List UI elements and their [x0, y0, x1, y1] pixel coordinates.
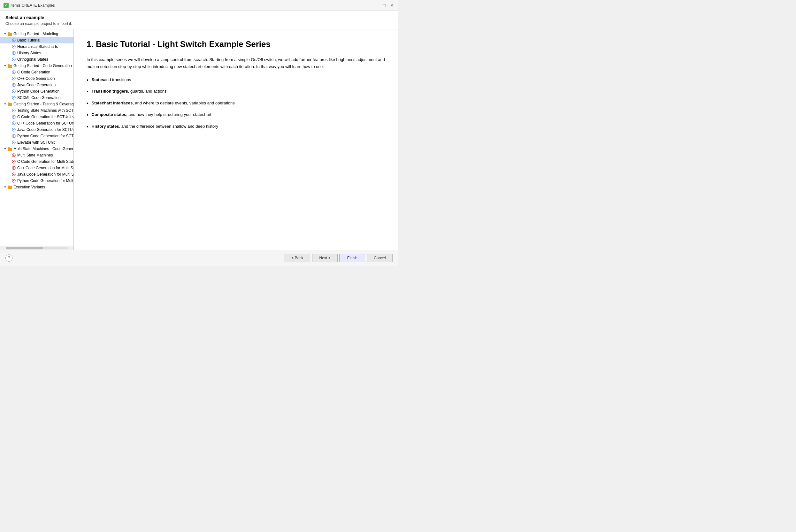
bullet-rest-1: , guards, and actions: [128, 88, 167, 95]
tree-group-testing[interactable]: ▼ Getting Started - Testing & Coverage: [0, 101, 74, 107]
doc-intro: In this example series we will develop a…: [87, 56, 385, 70]
tree-item-cpp-gtest[interactable]: C++ Code Generation for SCTUnit with GTe…: [0, 120, 74, 127]
svg-rect-37: [8, 147, 10, 148]
item-label-cpp-gtest: C++ Code Generation for SCTUnit with GTe…: [17, 121, 74, 126]
svg-rect-49: [8, 186, 10, 187]
item-label-python-code: Python Code Generation: [17, 89, 72, 94]
svg-point-9: [13, 59, 14, 60]
item-label-c-code: C Code Generation: [17, 70, 72, 74]
svg-point-33: [13, 135, 14, 137]
window-title: itemis CREATE Examples: [11, 3, 55, 8]
bullet-rest-2: , and where to declare events, variables…: [133, 100, 234, 107]
tree-item-cpp-code[interactable]: C++ Code Generation: [0, 75, 74, 82]
tree-item-testing-sct[interactable]: Testing State Machines with SCTUnit: [0, 107, 74, 114]
tree-item-orthogonal[interactable]: Orthogonal States: [0, 56, 74, 62]
leaf-icon-cpp-multi: [11, 166, 16, 171]
horizontal-scrollbar[interactable]: [0, 246, 74, 250]
minimize-button[interactable]: □: [382, 3, 387, 8]
spacer-16: [7, 153, 11, 157]
next-button[interactable]: Next >: [312, 254, 338, 262]
doc-scroll-area[interactable]: 1. Basic Tutorial - Light Switch Example…: [74, 30, 398, 250]
spacer-10: [7, 108, 11, 113]
leaf-icon-c-gtest: [11, 114, 16, 119]
tree-container[interactable]: ▼ Getting Started - Modeling Basic Tutor…: [0, 30, 74, 246]
leaf-icon-orthogonal: [11, 57, 16, 62]
spacer-11: [7, 115, 11, 119]
item-label-python-unittest: Python Code Generation for SCTUnit with …: [17, 134, 74, 138]
tree-item-c-gtest[interactable]: C Code Generation for SCTUnit with GTest: [0, 114, 74, 120]
tree-group-exec-variants[interactable]: ▼ Execution Variants: [0, 184, 74, 190]
svg-point-39: [13, 155, 14, 156]
tree-group-modeling[interactable]: ▼ Getting Started - Modeling: [0, 31, 74, 37]
left-panel: ▼ Getting Started - Modeling Basic Tutor…: [0, 30, 74, 250]
bullet-rest-4: , and the difference between shallow and…: [119, 123, 219, 130]
main-content: ▼ Getting Started - Modeling Basic Tutor…: [0, 30, 398, 250]
tree-item-python-unittest[interactable]: Python Code Generation for SCTUnit with …: [0, 133, 74, 139]
spacer-5: [7, 70, 11, 74]
spacer-17: [7, 159, 11, 164]
tree-group-code-gen[interactable]: ▼ Getting Started - Code Generation: [0, 62, 74, 69]
spacer-2: [7, 44, 11, 49]
spacer-13: [7, 128, 11, 132]
tree-item-c-code[interactable]: C Code Generation: [0, 69, 74, 75]
bullet-bold-2: Statechart interfaces: [92, 100, 133, 107]
tree-item-java-mockito[interactable]: Java Code Generation for SCTUnit with Mo…: [0, 127, 74, 133]
close-button[interactable]: ✕: [390, 3, 395, 8]
bullet-bold-1: Transition triggers: [92, 88, 128, 95]
svg-rect-22: [8, 103, 12, 106]
bullet-rest-3: , and how they help structuring your sta…: [126, 111, 211, 118]
spacer-14: [7, 134, 11, 138]
tree-item-python-multi[interactable]: Python Code Generation for Multi State M…: [0, 177, 74, 184]
group-label-modeling: Getting Started - Modeling: [14, 32, 72, 36]
svg-point-47: [13, 180, 14, 182]
tree-item-java-code[interactable]: Java Code Generation: [0, 82, 74, 88]
item-label-c-gtest: C Code Generation for SCTUnit with GTest: [17, 115, 74, 119]
h-scroll-track[interactable]: [6, 247, 68, 249]
item-label-testing-sct: Testing State Machines with SCTUnit: [17, 108, 74, 113]
tree-item-c-multi[interactable]: C Code Generation for Multi State Machin…: [0, 158, 74, 165]
svg-point-5: [13, 46, 14, 47]
leaf-icon-java-mockito: [11, 127, 16, 132]
tree-item-cpp-multi[interactable]: C++ Code Generation for Multi State Mach…: [0, 165, 74, 171]
expand-icon-modeling: ▼: [3, 32, 7, 36]
svg-point-21: [13, 97, 14, 98]
title-bar-left: ✓ itemis CREATE Examples: [3, 3, 55, 8]
right-panel: 1. Basic Tutorial - Light Switch Example…: [74, 30, 398, 250]
svg-point-41: [13, 161, 14, 162]
svg-rect-36: [8, 148, 12, 151]
tree-item-history-states[interactable]: History States: [0, 50, 74, 56]
leaf-icon-basic-tutorial: [11, 38, 16, 43]
bullet-bold-4: History states: [92, 123, 119, 130]
svg-point-7: [13, 52, 14, 54]
tree-item-elevator-sct[interactable]: Elevator with SCTUnit: [0, 139, 74, 146]
tree-item-multi-state-machines[interactable]: Multi State Machines: [0, 152, 74, 158]
tree-item-scxml-code[interactable]: SCXML Code Generation: [0, 95, 74, 101]
back-button[interactable]: < Back: [285, 254, 310, 262]
finish-button[interactable]: Finish: [340, 254, 365, 262]
app-icon: ✓: [3, 3, 8, 8]
expand-icon-code-gen: ▼: [3, 63, 7, 68]
svg-point-13: [13, 72, 14, 73]
tree-item-hierarchical[interactable]: Hierarchical Statecharts: [0, 43, 74, 50]
svg-rect-10: [8, 65, 12, 68]
tree-item-basic-tutorial[interactable]: Basic Tutorial: [0, 37, 74, 43]
bullet-item-4: History states, and the difference betwe…: [87, 123, 385, 130]
svg-point-19: [13, 91, 14, 92]
help-button[interactable]: ?: [5, 254, 13, 262]
item-label-python-multi: Python Code Generation for Multi State M…: [17, 178, 74, 183]
leaf-icon-cpp-code: [11, 76, 16, 81]
spacer-12: [7, 121, 11, 126]
svg-point-3: [13, 40, 14, 41]
tree-item-python-code[interactable]: Python Code Generation: [0, 88, 74, 95]
h-scroll-thumb: [6, 247, 43, 249]
cancel-button[interactable]: Cancel: [367, 254, 393, 262]
tree-item-java-multi[interactable]: Java Code Generation for Multi State Mac…: [0, 171, 74, 177]
tree-group-multi-state[interactable]: ▼ Multi State Machines - Code Generation…: [0, 146, 74, 152]
title-bar: ✓ itemis CREATE Examples □ ✕: [0, 0, 398, 11]
group-label-testing: Getting Started - Testing & Coverage: [14, 102, 74, 106]
svg-rect-23: [8, 102, 10, 103]
spacer-8: [7, 89, 11, 94]
item-label-java-mockito: Java Code Generation for SCTUnit with Mo…: [17, 128, 74, 132]
expand-icon-testing: ▼: [3, 102, 7, 106]
main-window: ✓ itemis CREATE Examples □ ✕ Select an e…: [0, 0, 398, 266]
